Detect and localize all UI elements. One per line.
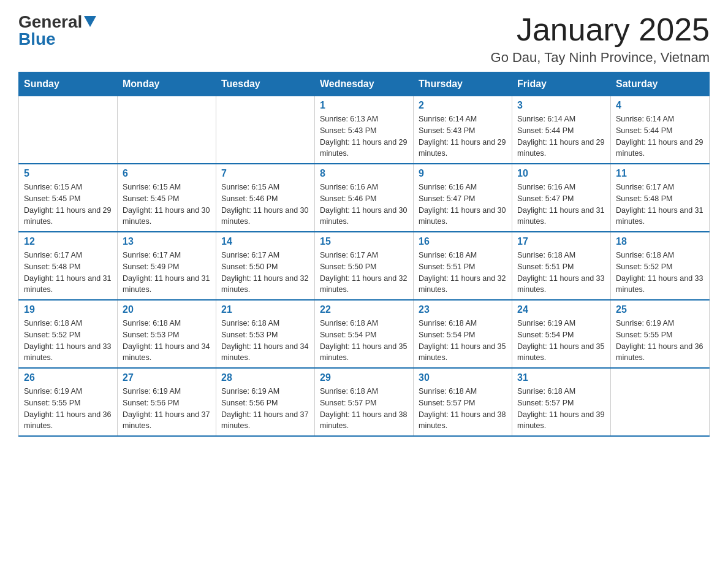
calendar-cell xyxy=(216,96,315,164)
day-info: Sunrise: 6:18 AMSunset: 5:57 PMDaylight:… xyxy=(517,386,605,432)
day-info: Sunrise: 6:17 AMSunset: 5:48 PMDaylight:… xyxy=(616,182,704,228)
calendar-cell: 21Sunrise: 6:18 AMSunset: 5:53 PMDayligh… xyxy=(216,300,315,368)
day-number: 9 xyxy=(419,168,507,179)
day-info: Sunrise: 6:17 AMSunset: 5:50 PMDaylight:… xyxy=(320,250,408,296)
title-block: January 2025 Go Dau, Tay Ninh Province, … xyxy=(491,12,710,66)
day-number: 19 xyxy=(24,304,112,315)
day-number: 11 xyxy=(616,168,704,179)
day-number: 31 xyxy=(517,372,605,383)
page-title: January 2025 xyxy=(491,12,710,47)
day-number: 18 xyxy=(616,236,704,247)
calendar-cell: 24Sunrise: 6:19 AMSunset: 5:54 PMDayligh… xyxy=(512,300,611,368)
calendar-cell: 28Sunrise: 6:19 AMSunset: 5:56 PMDayligh… xyxy=(216,368,315,436)
page-header: General Blue January 2025 Go Dau, Tay Ni… xyxy=(18,12,710,66)
day-info: Sunrise: 6:16 AMSunset: 5:47 PMDaylight:… xyxy=(419,182,507,228)
day-info: Sunrise: 6:18 AMSunset: 5:51 PMDaylight:… xyxy=(419,250,507,296)
day-number: 12 xyxy=(24,236,112,247)
calendar-cell: 9Sunrise: 6:16 AMSunset: 5:47 PMDaylight… xyxy=(414,164,512,232)
calendar-cell: 15Sunrise: 6:17 AMSunset: 5:50 PMDayligh… xyxy=(315,232,414,300)
calendar-cell: 8Sunrise: 6:16 AMSunset: 5:46 PMDaylight… xyxy=(315,164,414,232)
day-number: 2 xyxy=(419,100,507,111)
calendar-cell: 1Sunrise: 6:13 AMSunset: 5:43 PMDaylight… xyxy=(315,96,414,164)
day-number: 13 xyxy=(123,236,211,247)
day-number: 21 xyxy=(221,304,309,315)
calendar-week-2: 5Sunrise: 6:15 AMSunset: 5:45 PMDaylight… xyxy=(19,164,710,232)
day-info: Sunrise: 6:14 AMSunset: 5:44 PMDaylight:… xyxy=(616,113,704,159)
calendar-header-saturday: Saturday xyxy=(611,72,710,96)
day-number: 5 xyxy=(24,168,112,179)
calendar-cell: 12Sunrise: 6:17 AMSunset: 5:48 PMDayligh… xyxy=(19,232,118,300)
calendar-week-5: 26Sunrise: 6:19 AMSunset: 5:55 PMDayligh… xyxy=(19,368,710,436)
day-number: 26 xyxy=(24,372,112,383)
day-info: Sunrise: 6:16 AMSunset: 5:46 PMDaylight:… xyxy=(320,182,408,228)
day-number: 17 xyxy=(517,236,605,247)
day-info: Sunrise: 6:19 AMSunset: 5:56 PMDaylight:… xyxy=(123,386,211,432)
day-number: 15 xyxy=(320,236,408,247)
day-number: 1 xyxy=(320,100,408,111)
calendar-cell: 7Sunrise: 6:15 AMSunset: 5:46 PMDaylight… xyxy=(216,164,315,232)
calendar-header-monday: Monday xyxy=(118,72,216,96)
calendar-cell: 3Sunrise: 6:14 AMSunset: 5:44 PMDaylight… xyxy=(512,96,611,164)
day-info: Sunrise: 6:15 AMSunset: 5:46 PMDaylight:… xyxy=(221,182,309,228)
day-number: 25 xyxy=(616,304,704,315)
day-info: Sunrise: 6:19 AMSunset: 5:56 PMDaylight:… xyxy=(221,386,309,432)
calendar-header-sunday: Sunday xyxy=(19,72,118,96)
day-info: Sunrise: 6:19 AMSunset: 5:55 PMDaylight:… xyxy=(24,386,112,432)
day-info: Sunrise: 6:18 AMSunset: 5:57 PMDaylight:… xyxy=(419,386,507,432)
calendar-cell: 20Sunrise: 6:18 AMSunset: 5:53 PMDayligh… xyxy=(118,300,216,368)
day-info: Sunrise: 6:18 AMSunset: 5:52 PMDaylight:… xyxy=(24,318,112,364)
calendar-cell: 4Sunrise: 6:14 AMSunset: 5:44 PMDaylight… xyxy=(611,96,710,164)
day-info: Sunrise: 6:19 AMSunset: 5:55 PMDaylight:… xyxy=(616,318,704,364)
day-number: 6 xyxy=(123,168,211,179)
calendar-cell: 25Sunrise: 6:19 AMSunset: 5:55 PMDayligh… xyxy=(611,300,710,368)
calendar-cell: 14Sunrise: 6:17 AMSunset: 5:50 PMDayligh… xyxy=(216,232,315,300)
day-info: Sunrise: 6:17 AMSunset: 5:49 PMDaylight:… xyxy=(123,250,211,296)
calendar-week-4: 19Sunrise: 6:18 AMSunset: 5:52 PMDayligh… xyxy=(19,300,710,368)
calendar-cell: 31Sunrise: 6:18 AMSunset: 5:57 PMDayligh… xyxy=(512,368,611,436)
day-number: 30 xyxy=(419,372,507,383)
calendar-week-1: 1Sunrise: 6:13 AMSunset: 5:43 PMDaylight… xyxy=(19,96,710,164)
day-number: 7 xyxy=(221,168,309,179)
logo-arrow-icon xyxy=(84,16,96,29)
calendar-header-tuesday: Tuesday xyxy=(216,72,315,96)
day-info: Sunrise: 6:18 AMSunset: 5:53 PMDaylight:… xyxy=(221,318,309,364)
calendar-table: SundayMondayTuesdayWednesdayThursdayFrid… xyxy=(18,72,710,437)
day-number: 3 xyxy=(517,100,605,111)
day-number: 23 xyxy=(419,304,507,315)
day-number: 22 xyxy=(320,304,408,315)
calendar-cell xyxy=(611,368,710,436)
day-info: Sunrise: 6:15 AMSunset: 5:45 PMDaylight:… xyxy=(123,182,211,228)
day-number: 8 xyxy=(320,168,408,179)
calendar-cell: 17Sunrise: 6:18 AMSunset: 5:51 PMDayligh… xyxy=(512,232,611,300)
day-info: Sunrise: 6:16 AMSunset: 5:47 PMDaylight:… xyxy=(517,182,605,228)
calendar-cell: 10Sunrise: 6:16 AMSunset: 5:47 PMDayligh… xyxy=(512,164,611,232)
calendar-header-friday: Friday xyxy=(512,72,611,96)
day-number: 4 xyxy=(616,100,704,111)
day-number: 27 xyxy=(123,372,211,383)
day-number: 24 xyxy=(517,304,605,315)
day-info: Sunrise: 6:15 AMSunset: 5:45 PMDaylight:… xyxy=(24,182,112,228)
calendar-cell: 5Sunrise: 6:15 AMSunset: 5:45 PMDaylight… xyxy=(19,164,118,232)
day-info: Sunrise: 6:18 AMSunset: 5:52 PMDaylight:… xyxy=(616,250,704,296)
day-number: 10 xyxy=(517,168,605,179)
day-info: Sunrise: 6:18 AMSunset: 5:54 PMDaylight:… xyxy=(320,318,408,364)
day-info: Sunrise: 6:18 AMSunset: 5:54 PMDaylight:… xyxy=(419,318,507,364)
page-subtitle: Go Dau, Tay Ninh Province, Vietnam xyxy=(491,50,710,66)
day-info: Sunrise: 6:18 AMSunset: 5:57 PMDaylight:… xyxy=(320,386,408,432)
day-number: 28 xyxy=(221,372,309,383)
calendar-cell: 16Sunrise: 6:18 AMSunset: 5:51 PMDayligh… xyxy=(414,232,512,300)
calendar-cell: 23Sunrise: 6:18 AMSunset: 5:54 PMDayligh… xyxy=(414,300,512,368)
day-info: Sunrise: 6:18 AMSunset: 5:51 PMDaylight:… xyxy=(517,250,605,296)
day-info: Sunrise: 6:13 AMSunset: 5:43 PMDaylight:… xyxy=(320,113,408,159)
day-info: Sunrise: 6:19 AMSunset: 5:54 PMDaylight:… xyxy=(517,318,605,364)
calendar-cell xyxy=(19,96,118,164)
calendar-cell: 26Sunrise: 6:19 AMSunset: 5:55 PMDayligh… xyxy=(19,368,118,436)
calendar-cell: 30Sunrise: 6:18 AMSunset: 5:57 PMDayligh… xyxy=(414,368,512,436)
day-info: Sunrise: 6:14 AMSunset: 5:44 PMDaylight:… xyxy=(517,113,605,159)
day-info: Sunrise: 6:17 AMSunset: 5:50 PMDaylight:… xyxy=(221,250,309,296)
calendar-header-thursday: Thursday xyxy=(414,72,512,96)
calendar-cell: 2Sunrise: 6:14 AMSunset: 5:43 PMDaylight… xyxy=(414,96,512,164)
day-info: Sunrise: 6:14 AMSunset: 5:43 PMDaylight:… xyxy=(419,113,507,159)
logo-blue-text: Blue xyxy=(18,29,56,49)
calendar-cell: 6Sunrise: 6:15 AMSunset: 5:45 PMDaylight… xyxy=(118,164,216,232)
